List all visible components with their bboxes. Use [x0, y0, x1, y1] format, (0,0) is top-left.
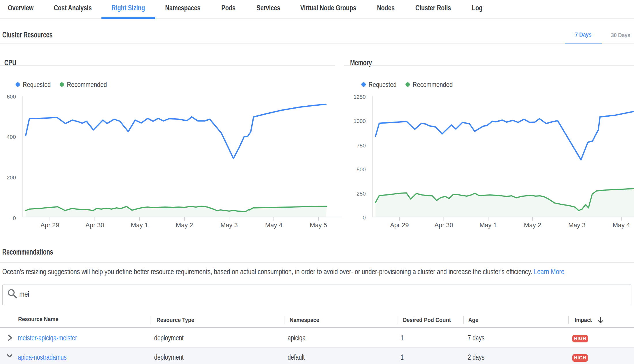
svg-text:400: 400: [7, 134, 16, 140]
svg-text:Recommended: Recommended: [413, 81, 453, 88]
svg-text:0: 0: [13, 215, 16, 221]
svg-text:May 3: May 3: [568, 221, 586, 229]
svg-text:May 4: May 4: [613, 221, 630, 229]
svg-text:Apr 29: Apr 29: [41, 221, 59, 229]
svg-text:Apr 30: Apr 30: [435, 221, 453, 229]
svg-text:1250: 1250: [354, 94, 366, 100]
svg-text:May 2: May 2: [524, 221, 541, 229]
svg-text:200: 200: [7, 175, 16, 181]
svg-text:Apr 30: Apr 30: [86, 221, 104, 229]
svg-text:750: 750: [356, 143, 366, 149]
svg-text:Requested: Requested: [369, 81, 397, 88]
svg-text:May 1: May 1: [480, 221, 497, 229]
svg-text:0: 0: [363, 215, 366, 221]
svg-text:250: 250: [356, 191, 366, 197]
svg-text:May 4: May 4: [265, 221, 282, 229]
svg-text:May 2: May 2: [176, 221, 193, 229]
svg-text:Apr 29: Apr 29: [390, 221, 409, 229]
svg-text:Requested: Requested: [23, 81, 51, 88]
svg-text:1000: 1000: [354, 118, 366, 124]
svg-text:600: 600: [7, 94, 16, 100]
svg-text:Recommended: Recommended: [67, 81, 107, 88]
svg-text:500: 500: [356, 166, 366, 172]
svg-text:May 1: May 1: [131, 221, 148, 229]
svg-text:May 3: May 3: [220, 221, 238, 229]
svg-text:May 5: May 5: [310, 221, 327, 229]
